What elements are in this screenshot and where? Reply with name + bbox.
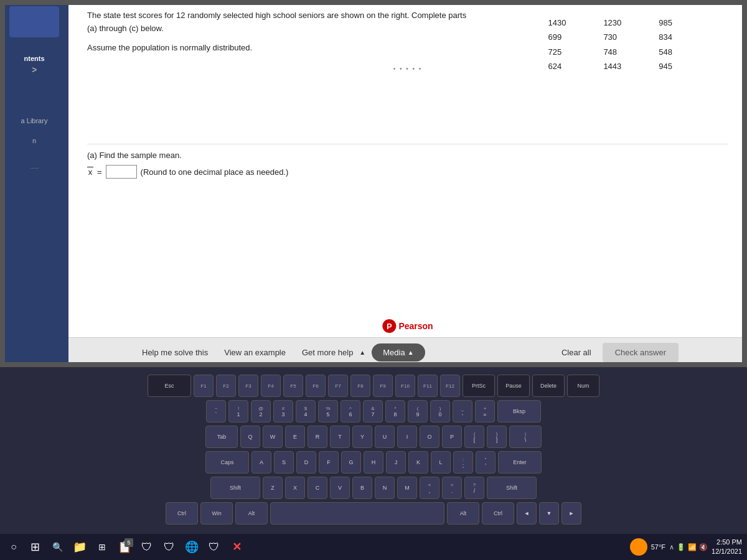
key-m[interactable]: M [397, 477, 417, 499]
key-0[interactable]: )0 [430, 400, 450, 422]
key-x[interactable]: X [285, 477, 305, 499]
key-f3[interactable]: F3 [238, 375, 258, 397]
key-v[interactable]: V [330, 477, 350, 499]
sidebar-arrow[interactable]: > [2, 65, 66, 75]
key-quote[interactable]: "' [476, 451, 496, 474]
key-l[interactable]: L [431, 451, 451, 474]
key-arrow-right[interactable]: ► [561, 502, 581, 525]
key-f9[interactable]: F9 [373, 375, 393, 397]
key-h[interactable]: H [364, 451, 383, 474]
check-answer-button[interactable]: Check answer [603, 343, 679, 362]
key-6[interactable]: ^6 [341, 400, 360, 422]
taskbar-weather-icon[interactable] [630, 538, 647, 556]
sidebar-library[interactable]: a Library [21, 117, 48, 124]
key-o[interactable]: O [420, 426, 439, 448]
key-backspace[interactable]: Bksp [497, 400, 541, 422]
get-more-help-button[interactable]: Get more help [297, 344, 358, 361]
key-delete[interactable]: Delete [532, 375, 565, 397]
key-3[interactable]: #3 [273, 400, 293, 422]
sample-mean-input[interactable] [106, 165, 137, 179]
key-ctrl-right[interactable]: Ctrl [482, 502, 514, 525]
key-equals[interactable]: += [475, 400, 495, 422]
key-g[interactable]: G [341, 451, 361, 474]
key-alt-left[interactable]: Alt [235, 502, 268, 525]
key-minus[interactable]: _- [453, 400, 472, 422]
key-bracket-right[interactable]: }] [487, 426, 507, 448]
key-shift-right[interactable]: Shift [487, 477, 537, 499]
key-f11[interactable]: F11 [418, 375, 438, 397]
key-y[interactable]: Y [352, 426, 372, 448]
taskbar-close-icon[interactable]: ✕ [227, 537, 247, 557]
key-r[interactable]: R [308, 426, 327, 448]
key-arrow-down[interactable]: ▼ [539, 502, 559, 525]
taskbar-expand-icon[interactable]: ∧ [669, 543, 674, 551]
key-q[interactable]: Q [240, 426, 260, 448]
key-d[interactable]: D [296, 451, 316, 474]
key-win[interactable]: Win [200, 502, 233, 525]
key-7[interactable]: &7 [363, 400, 383, 422]
key-9[interactable]: (9 [408, 400, 428, 422]
key-f12[interactable]: F12 [440, 375, 460, 397]
key-num[interactable]: Num [567, 375, 599, 397]
key-caps[interactable]: Caps [205, 451, 249, 474]
key-arrow-left[interactable]: ◄ [517, 502, 537, 525]
key-4[interactable]: $4 [296, 400, 316, 422]
key-f[interactable]: F [319, 451, 339, 474]
taskbar-shield3-icon[interactable]: 🛡 [204, 537, 224, 557]
help-solve-button[interactable]: Help me solve this [137, 344, 213, 361]
key-5[interactable]: %5 [318, 400, 338, 422]
key-f7[interactable]: F7 [328, 375, 348, 397]
scrollbar-thumb[interactable] [743, 37, 747, 87]
key-a[interactable]: A [251, 451, 271, 474]
taskbar-volume-icon[interactable]: 🔇 [699, 543, 708, 551]
key-f6[interactable]: F6 [306, 375, 326, 397]
key-k[interactable]: K [408, 451, 428, 474]
key-f5[interactable]: F5 [283, 375, 303, 397]
key-bracket-left[interactable]: {[ [464, 426, 484, 448]
taskbar-globe-icon[interactable]: 🌐 [182, 537, 202, 557]
key-e[interactable]: E [285, 426, 305, 448]
key-2[interactable]: @2 [251, 400, 271, 422]
key-space[interactable] [270, 502, 444, 525]
taskbar-shield1-icon[interactable]: 🛡 [137, 537, 157, 557]
taskbar-browser-icon[interactable]: 🔍 [47, 537, 67, 557]
key-pause[interactable]: Pause [497, 375, 530, 397]
clear-all-button[interactable]: Clear all [557, 344, 596, 361]
key-c[interactable]: C [308, 477, 327, 499]
key-enter[interactable]: Enter [498, 451, 542, 474]
key-ctrl-left[interactable]: Ctrl [166, 502, 198, 525]
key-j[interactable]: J [386, 451, 406, 474]
key-comma[interactable]: <, [420, 477, 439, 499]
key-n[interactable]: N [375, 477, 395, 499]
sidebar-item-contents[interactable]: ntents > [0, 50, 68, 80]
taskbar-grid-icon[interactable]: ⊞ [92, 537, 112, 557]
key-f8[interactable]: F8 [350, 375, 370, 397]
key-i[interactable]: I [397, 426, 417, 448]
key-f2[interactable]: F2 [216, 375, 236, 397]
key-backslash[interactable]: |\ [509, 426, 542, 448]
key-esc[interactable]: Esc [148, 375, 191, 397]
key-f10[interactable]: F10 [395, 375, 415, 397]
key-s[interactable]: S [274, 451, 294, 474]
key-alt-right[interactable]: Alt [447, 502, 479, 525]
key-tab[interactable]: Tab [205, 426, 238, 448]
key-backtick[interactable]: ~` [206, 400, 226, 422]
key-z[interactable]: Z [263, 477, 283, 499]
key-f4[interactable]: F4 [261, 375, 281, 397]
key-b[interactable]: B [352, 477, 372, 499]
taskbar-start-icon[interactable]: ⊞ [25, 537, 45, 557]
key-8[interactable]: *8 [385, 400, 405, 422]
taskbar-shield2-icon[interactable]: 🛡 [159, 537, 179, 557]
key-period[interactable]: >. [442, 477, 462, 499]
taskbar-mail-icon[interactable]: 📋 5 [115, 537, 134, 557]
key-1[interactable]: !1 [228, 400, 248, 422]
key-prtsc[interactable]: PrtSc [463, 375, 495, 397]
key-f1[interactable]: F1 [194, 375, 214, 397]
view-example-button[interactable]: View an example [219, 344, 291, 361]
key-p[interactable]: P [442, 426, 462, 448]
scrollbar[interactable] [743, 0, 747, 367]
key-semicolon[interactable]: :; [453, 451, 473, 474]
key-slash[interactable]: ?/ [464, 477, 484, 499]
media-button[interactable]: Media ▲ [372, 343, 425, 362]
taskbar-explorer-icon[interactable]: 📁 [70, 537, 90, 557]
